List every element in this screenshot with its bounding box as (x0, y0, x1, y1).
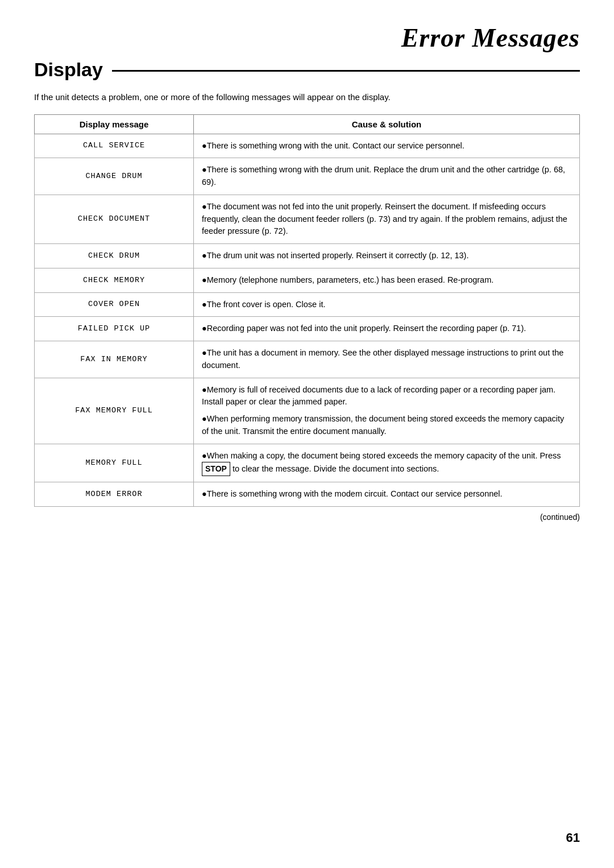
table-row: CHANGE DRUM●There is something wrong wit… (35, 158, 580, 195)
cause-cell: ●There is something wrong with the modem… (194, 482, 580, 507)
intro-text: If the unit detects a problem, one or mo… (34, 91, 580, 104)
cause-cell: ●Memory (telephone numbers, parameters, … (194, 268, 580, 292)
error-messages-table: Display message Cause & solution CALL SE… (34, 114, 580, 507)
message-cell: CALL SERVICE (35, 134, 194, 158)
message-cell: CHECK MEMORY (35, 268, 194, 292)
message-cell: CHECK DOCUMENT (35, 195, 194, 243)
cause-cell: ●The unit has a document in memory. See … (194, 341, 580, 378)
table-row: FAX IN MEMORY●The unit has a document in… (35, 341, 580, 378)
message-cell: FAILED PICK UP (35, 317, 194, 341)
table-row: CHECK MEMORY●Memory (telephone numbers, … (35, 268, 580, 292)
table-row: CHECK DOCUMENT●The document was not fed … (35, 195, 580, 243)
message-cell: FAX MEMORY FULL (35, 378, 194, 444)
table-row: COVER OPEN●The front cover is open. Clos… (35, 292, 580, 317)
col-display-message: Display message (35, 114, 194, 134)
message-cell: MEMORY FULL (35, 444, 194, 482)
cause-cell: ●Recording paper was not fed into the un… (194, 317, 580, 341)
message-cell: MODEM ERROR (35, 482, 194, 507)
cause-cell: ●The front cover is open. Close it. (194, 292, 580, 317)
continued-label: (continued) (34, 512, 580, 522)
col-cause-solution: Cause & solution (194, 114, 580, 134)
page-title: Error Messages (401, 23, 580, 52)
section-title: Display (34, 59, 103, 81)
table-row: MEMORY FULL●When making a copy, the docu… (35, 444, 580, 482)
cause-cell: ●There is something wrong with the drum … (194, 158, 580, 195)
cause-cell: ●There is something wrong with the unit.… (194, 134, 580, 158)
message-cell: CHECK DRUM (35, 244, 194, 268)
cause-bullet: ●When performing memory transmission, th… (202, 413, 571, 438)
cause-cell: ●Memory is full of received documents du… (194, 378, 580, 444)
page-number: 61 (566, 830, 580, 845)
table-row: CHECK DRUM●The drum unit was not inserte… (35, 244, 580, 268)
table-row: MODEM ERROR●There is something wrong wit… (35, 482, 580, 507)
table-row: CALL SERVICE●There is something wrong wi… (35, 134, 580, 158)
cause-bullet: ●Memory is full of received documents du… (202, 384, 571, 409)
message-cell: FAX IN MEMORY (35, 341, 194, 378)
table-header-row: Display message Cause & solution (35, 114, 580, 134)
message-cell: COVER OPEN (35, 292, 194, 317)
message-cell: CHANGE DRUM (35, 158, 194, 195)
table-row: FAX MEMORY FULL●Memory is full of receiv… (35, 378, 580, 444)
cause-cell: ●The document was not fed into the unit … (194, 195, 580, 243)
stop-key: STOP (202, 462, 230, 476)
cause-cell: ●When making a copy, the document being … (194, 444, 580, 482)
table-row: FAILED PICK UP●Recording paper was not f… (35, 317, 580, 341)
cause-cell: ●The drum unit was not inserted properly… (194, 244, 580, 268)
section-title-line (112, 70, 580, 72)
page-header: Error Messages (34, 23, 580, 53)
section-title-container: Display (34, 59, 580, 81)
